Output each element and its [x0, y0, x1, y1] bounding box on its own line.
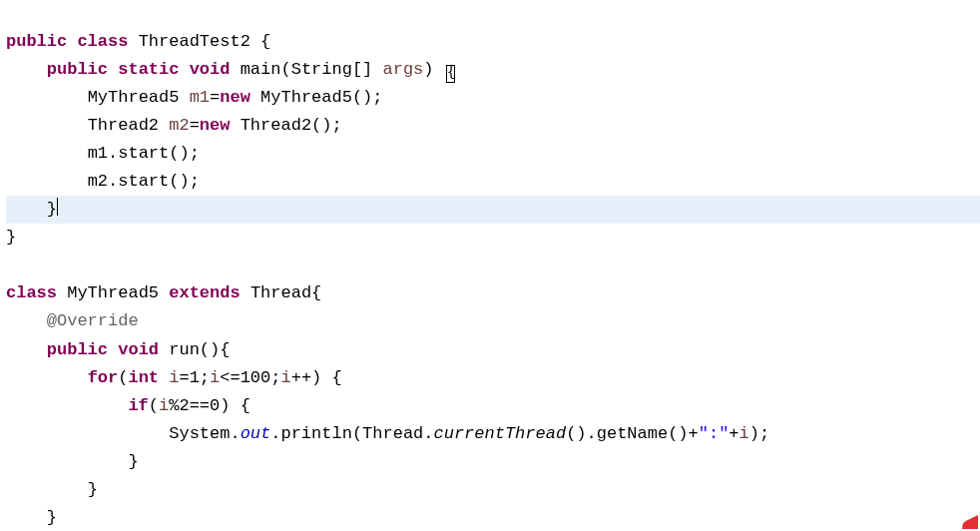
- code-line: }: [6, 224, 980, 252]
- code-line: public void run(){: [6, 336, 980, 364]
- code-line: @Override: [6, 307, 980, 335]
- code-line: class MyThread5 extends Thread{: [6, 279, 980, 307]
- keyword-if: if: [128, 396, 148, 415]
- string-literal: ":": [699, 424, 730, 443]
- code-line: m2.start();: [6, 168, 980, 196]
- code-editor[interactable]: public class ThreadTest2 { public static…: [0, 0, 980, 531]
- brace-open: {: [260, 32, 270, 51]
- code-line-highlighted: }: [6, 196, 980, 224]
- keyword-void: void: [190, 60, 231, 79]
- brace-close: }: [47, 200, 57, 219]
- keyword-extends: extends: [169, 283, 240, 302]
- code-line: }: [6, 476, 980, 504]
- code-line: if(i%2==0) {: [6, 392, 980, 420]
- class-name: ThreadTest2: [139, 32, 250, 51]
- brace-close: }: [88, 480, 98, 499]
- code-line: }: [6, 448, 980, 476]
- keyword-int: int: [128, 368, 159, 387]
- keyword-static: static: [118, 60, 179, 79]
- annotation-override: @Override: [47, 311, 139, 330]
- keyword-public: public: [47, 340, 108, 359]
- keyword-public: public: [47, 60, 108, 79]
- code-line: Thread2 m2=new Thread2();: [6, 112, 980, 140]
- brace-close: }: [128, 452, 138, 471]
- param-name: args: [383, 60, 424, 79]
- code-line: }: [6, 504, 980, 531]
- keyword-class: class: [6, 283, 57, 302]
- method-name: main: [241, 60, 281, 79]
- brace-close: }: [6, 228, 16, 247]
- static-field-out: out: [241, 424, 271, 443]
- code-line: public class ThreadTest2 {: [6, 28, 980, 56]
- code-line: m1.start();: [6, 140, 980, 168]
- app-indicator-icon: [960, 515, 978, 529]
- code-line: for(int i=1;i<=100;i++) {: [6, 364, 980, 392]
- keyword-void: void: [118, 340, 159, 359]
- code-line: [6, 252, 980, 279]
- keyword-new: new: [200, 116, 231, 135]
- brace-close: }: [47, 508, 57, 527]
- keyword-public: public: [6, 32, 67, 51]
- method-name: run: [169, 340, 200, 359]
- code-line: public static void main(String[] args) {: [6, 56, 980, 84]
- cursor-marker: {: [446, 65, 455, 83]
- class-name: MyThread5: [67, 283, 159, 302]
- keyword-for: for: [88, 368, 119, 387]
- keyword-new: new: [220, 88, 250, 107]
- code-line: MyThread5 m1=new MyThread5();: [6, 84, 980, 112]
- code-line: System.out.println(Thread.currentThread(…: [6, 420, 980, 448]
- static-method-currentthread: currentThread: [434, 424, 567, 443]
- param-type: String[]: [291, 60, 373, 79]
- keyword-class: class: [77, 32, 128, 51]
